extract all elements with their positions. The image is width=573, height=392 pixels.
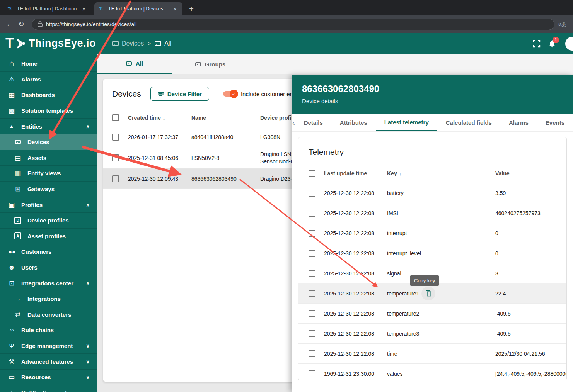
sidebar-item-integrations[interactable]: Integrations [0,291,97,307]
sidebar-item-solution-templates[interactable]: Solution templates [0,103,97,119]
row-checkbox[interactable] [309,190,315,197]
edge-icon [7,343,16,349]
row-checkbox[interactable] [309,330,315,337]
back-icon[interactable]: ← [4,19,15,30]
telemetry-row[interactable]: 2025-12-30 12:22:08 IMSI 460240275257973 [298,203,566,223]
app-header: T ThingsEye.io Devices > All [0,33,573,54]
thingseye-logo[interactable]: T ThingsEye.io [5,36,96,51]
column-created-time[interactable]: Created time [128,115,191,121]
row-checkbox[interactable] [309,250,315,257]
sidebar-item-resources[interactable]: Resources [0,369,97,385]
tab-groups[interactable]: Groups [172,54,248,74]
row-checkbox[interactable] [112,154,119,161]
sidebar-item-profiles[interactable]: Profiles [0,197,97,212]
tab-all[interactable]: All [97,54,172,74]
browser-tab-dashboard[interactable]: T⁽ TE IoT Platform | Dashboard [3,2,91,15]
sidebar-item-users[interactable]: Users [0,260,97,275]
sidebar-item-home[interactable]: Home [0,56,97,71]
row-checkbox[interactable] [309,290,315,297]
tab-events[interactable]: Events [537,114,573,131]
sidebar-item-devices[interactable]: Devices [0,134,97,150]
address-bar[interactable]: https://thingseye.io/entities/devices/al… [32,19,554,30]
telemetry-row[interactable]: 2025-12-30 12:22:08 battery 3.59 [298,183,566,203]
sidebar-item-integrations-center[interactable]: Integrations center [0,275,97,291]
tab-latest-telemetry[interactable]: Latest telemetry [376,114,437,131]
telemetry-title: Telemetry [298,137,566,164]
notifications-bell-icon[interactable]: 1 [544,36,560,51]
sidebar-item-rule-chains[interactable]: Rule chains [0,322,97,338]
gateways-icon [13,185,22,193]
sidebar-item-notification-center[interactable]: Notification center [0,385,97,392]
row-checkbox[interactable] [309,230,315,237]
telemetry-row[interactable]: 1969-12-31 23:30:00 values [24.4,-409.5,… [298,364,566,380]
browser-tab-devices[interactable]: T⁽ TE IoT Platform | Devices [94,2,182,15]
select-all-checkbox[interactable] [112,114,119,121]
sidebar-item-gateways[interactable]: Gateways [0,181,97,197]
entity-tabs: All Groups [97,54,573,74]
row-checkbox[interactable] [112,134,119,141]
row-checkbox[interactable] [309,210,315,217]
tab-attributes[interactable]: Attributes [331,114,376,131]
row-checkbox[interactable] [309,370,315,377]
tab-calculated-fields[interactable]: Calculated fields [437,114,500,131]
tab-alarms[interactable]: Alarms [500,114,537,131]
rule-chain-icon [7,327,16,333]
logo-icon: T [5,36,26,51]
sidebar-item-entity-views[interactable]: Entity views [0,165,97,181]
chevron-down-icon [86,359,90,365]
row-checkbox[interactable] [309,350,315,357]
close-icon[interactable] [80,5,87,12]
telemetry-row[interactable]: 2025-12-30 12:22:08 time 2025/12/30 04:2… [298,344,566,364]
url-text: https://thingseye.io/entities/devices/al… [46,21,136,27]
column-last-update-time[interactable]: Last update time [324,170,387,176]
copy-key-button[interactable] [421,287,435,300]
row-checkbox[interactable] [112,175,119,182]
fullscreen-icon[interactable] [529,36,544,51]
select-all-checkbox[interactable] [309,170,315,177]
chevron-down-icon [86,343,90,349]
sidebar-item-dashboards[interactable]: Dashboards [0,87,97,103]
translate-icon[interactable]: aあ [558,21,567,28]
sidebar-item-assets[interactable]: Assets [0,150,97,166]
include-customer-entities-toggle[interactable] [223,91,237,97]
telemetry-row-temperature1[interactable]: 2025-12-30 12:22:08 temperature1 22.4 [298,283,566,304]
row-checkbox[interactable] [309,310,315,317]
browser-chrome: T⁽ TE IoT Platform | Dashboard T⁽ TE IoT… [0,0,573,33]
telemetry-row[interactable]: 2025-12-30 12:22:08 interrupt 0 [298,223,566,243]
telemetry-row[interactable]: 2025-12-30 12:22:08 temperature2 -409.5 [298,304,566,324]
sidebar-item-entities[interactable]: Entities [0,118,97,134]
breadcrumb-separator: > [148,41,151,47]
row-checkbox[interactable] [309,270,315,277]
new-tab-button[interactable] [186,4,196,14]
converter-icon [13,311,22,319]
sidebar-item-data-converters[interactable]: Data converters [0,307,97,322]
sidebar-item-edge-management[interactable]: Edge management [0,338,97,354]
folder-icon [7,373,16,381]
sidebar-item-advanced-features[interactable]: Advanced features [0,353,97,369]
telemetry-row[interactable]: 2025-12-30 12:22:08 temperature3 -409.5 [298,324,566,344]
customers-icon [7,249,16,254]
device-filter-button[interactable]: Device Filter [150,87,209,101]
column-value[interactable]: Value [495,170,566,176]
sidebar-item-device-profiles[interactable]: Device profiles [0,212,97,228]
close-icon[interactable] [172,5,179,12]
tab-details[interactable]: Details [295,114,331,131]
device-profile-icon [13,217,22,224]
favicon-icon: T⁽ [99,6,105,12]
breadcrumb-devices[interactable]: Devices [112,40,144,47]
avatar[interactable] [565,37,573,51]
reload-icon[interactable]: ↻ [15,19,27,30]
sidebar-item-customers[interactable]: Customers [0,244,97,260]
sidebar-item-asset-profiles[interactable]: Asset profiles [0,228,97,244]
tabs-scroll-left-icon[interactable] [292,114,295,131]
column-key[interactable]: Key [387,170,495,176]
column-name[interactable]: Name [191,115,260,121]
browser-toolbar: ← ↻ https://thingseye.io/entities/device… [0,15,573,33]
logo-text: ThingsEye.io [29,37,96,49]
entities-icon [7,123,16,129]
telemetry-card: Telemetry Last update time Key Value 202… [298,137,567,380]
sort-desc-icon [163,115,165,121]
sidebar-item-alarms[interactable]: Alarms [0,71,97,87]
telemetry-row[interactable]: 2025-12-30 12:22:08 interrupt_level 0 [298,243,566,263]
breadcrumb-all[interactable]: All [155,40,171,47]
